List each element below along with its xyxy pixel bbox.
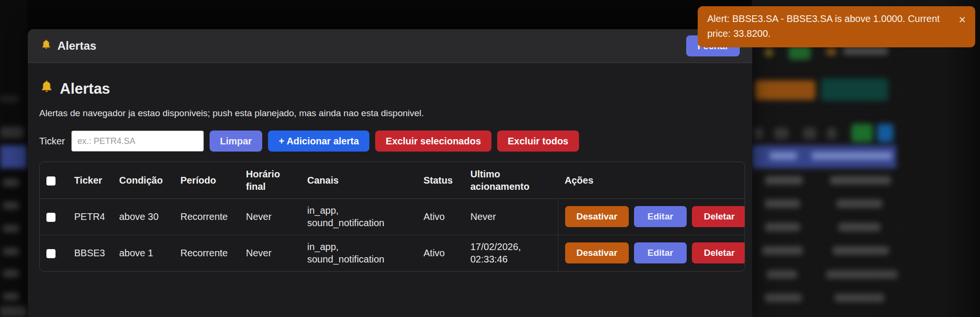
background-blob (835, 294, 884, 302)
modal-body: Alertas Alertas de navegador ja estao di… (28, 63, 752, 272)
background-blob (755, 80, 815, 100)
cell-ticker: BBSE3 (67, 235, 112, 271)
page-title-text: Alertas (60, 80, 110, 98)
cell-condition: above 1 (112, 235, 174, 271)
background-blob (3, 270, 19, 277)
cell-last-trigger: Never (464, 198, 558, 235)
col-header-ticker: Ticker (67, 162, 112, 198)
cell-channels: in_app, sound_notification (301, 198, 417, 235)
cell-end-time: Never (239, 198, 301, 235)
cell-condition: above 30 (112, 198, 174, 235)
cell-channels: in_app, sound_notification (301, 235, 417, 271)
background-blob (812, 152, 892, 160)
background-blob (3, 225, 19, 232)
col-header-horario-final: Horário final (239, 162, 301, 198)
deletar-button[interactable]: Deletar (692, 206, 745, 227)
row-checkbox[interactable] (46, 249, 56, 258)
alerts-modal: Alertas Fechar Alertas Alertas de navega… (28, 29, 752, 317)
alerts-toolbar: Ticker Limpar + Adicionar alerta Excluir… (39, 131, 741, 152)
background-blob (774, 128, 789, 139)
background-blob (0, 96, 19, 102)
col-header-condicao: Condição (112, 162, 174, 198)
background-blob (3, 179, 19, 186)
background-blob (765, 176, 803, 185)
ticker-input[interactable] (71, 131, 204, 152)
cell-period: Recorrente (174, 235, 239, 271)
background-blob (826, 48, 836, 55)
background-blob (838, 223, 880, 231)
editar-button[interactable]: Editar (634, 206, 687, 227)
background-blob (754, 128, 763, 139)
cell-last-trigger: 17/02/2026, 02:33:46 (464, 235, 558, 271)
table-row: BBSE3 above 1 Recorrente Never in_app, s… (40, 235, 745, 271)
deletar-button[interactable]: Deletar (692, 242, 745, 263)
desativar-button[interactable]: Desativar (565, 242, 629, 263)
modal-title-text: Alertas (57, 39, 96, 53)
desativar-button[interactable]: Desativar (565, 206, 629, 227)
excluir-selecionados-button[interactable]: Excluir selecionados (375, 131, 491, 152)
background-blob (769, 152, 797, 160)
background-blob (830, 176, 891, 185)
excluir-todos-button[interactable]: Excluir todos (497, 131, 579, 152)
table-header-row: Ticker Condição Período Horário final Ca… (40, 162, 745, 198)
bell-icon (39, 79, 54, 98)
col-header-ultimo-acionamento: Ultimo acionamento (464, 162, 558, 198)
alerts-table: Ticker Condição Período Horário final Ca… (39, 162, 745, 272)
background-blob (851, 124, 873, 142)
subtitle: Alertas de navegador ja estao disponivei… (39, 108, 741, 119)
ticker-label: Ticker (39, 136, 65, 147)
background-blob (765, 48, 773, 57)
row-checkbox[interactable] (46, 213, 56, 222)
background-blob (3, 202, 19, 209)
background-blob (827, 128, 836, 139)
alert-toast: Alert: BBSE3.SA - BBSE3.SA is above 1.00… (698, 6, 975, 47)
limpar-button[interactable]: Limpar (210, 131, 263, 152)
col-header-periodo: Período (174, 162, 239, 198)
cell-status: Ativo (417, 235, 464, 271)
background-blob (762, 246, 803, 255)
modal-header: Alertas Fechar (28, 29, 752, 63)
page-title: Alertas (39, 79, 741, 98)
background-blob (833, 246, 889, 255)
table-row: PETR4 above 30 Recorrente Never in_app, … (40, 198, 745, 235)
background-blob (789, 46, 811, 60)
background-blob (843, 47, 888, 55)
select-all-checkbox[interactable] (46, 176, 56, 186)
col-header-acoes: Ações (558, 162, 745, 198)
col-header-status: Status (417, 162, 464, 198)
cell-status: Ativo (417, 198, 464, 235)
cell-end-time: Never (239, 235, 301, 271)
background-blob (3, 293, 19, 300)
background-blob (803, 128, 816, 139)
background-blob (836, 199, 882, 208)
background-blob (0, 127, 24, 138)
background-blob (765, 199, 800, 208)
row-actions: Desativar Editar Deletar (565, 206, 741, 227)
modal-header-title: Alertas (40, 39, 96, 54)
background-blob (821, 78, 888, 101)
background-blob (3, 248, 19, 255)
background-blob (0, 306, 27, 317)
bell-icon (40, 39, 52, 54)
background-blob (765, 223, 800, 231)
background-blob (877, 124, 893, 142)
background-blob (765, 294, 802, 302)
background-blob (767, 270, 797, 279)
editar-button[interactable]: Editar (634, 242, 687, 263)
cell-period: Recorrente (174, 198, 239, 235)
close-icon[interactable]: ✕ (958, 13, 966, 27)
toast-message: Alert: BBSE3.SA - BBSE3.SA is above 1.00… (707, 13, 940, 39)
col-header-canais: Canais (301, 162, 417, 198)
row-actions: Desativar Editar Deletar (565, 242, 741, 263)
background-blob (0, 145, 27, 168)
adicionar-alerta-button[interactable]: + Adicionar alerta (268, 131, 369, 152)
cell-ticker: PETR4 (67, 198, 112, 235)
background-blob (826, 270, 898, 279)
